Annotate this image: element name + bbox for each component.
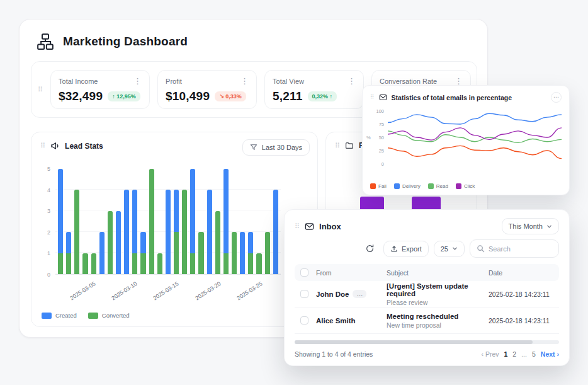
email-date: 2025-02-18 14:23:11 xyxy=(489,317,559,325)
drag-handle-icon[interactable]: ⠿ xyxy=(295,223,300,230)
drag-handle-icon[interactable]: ⠿ xyxy=(38,86,43,93)
legend-label: Click xyxy=(464,183,475,189)
y-tick: 0 xyxy=(371,161,384,167)
row-checkbox[interactable] xyxy=(300,290,308,298)
envelope-icon xyxy=(379,93,387,101)
lead-bar xyxy=(273,169,278,274)
lead-bar xyxy=(190,169,195,274)
drag-handle-icon[interactable]: ⠿ xyxy=(40,142,45,149)
kebab-menu-icon[interactable]: ⋮ xyxy=(348,77,356,85)
page-size-value: 25 xyxy=(441,245,448,253)
inbox-footer: Showing 1 to 4 of 4 entries ‹ Prev 1 2 .… xyxy=(285,345,569,365)
email-chart: % 100 75 50 25 0 xyxy=(368,108,562,169)
x-tick: 2025-03-20 xyxy=(194,280,222,301)
drag-handle-icon[interactable]: ⠿ xyxy=(335,142,340,149)
lead-bar xyxy=(256,169,261,274)
x-tick: 2025-03-10 xyxy=(110,280,138,301)
legend-label: Created xyxy=(55,312,77,319)
panel-title: Statistics of total emails in percentage xyxy=(392,94,512,101)
lead-bar xyxy=(207,169,212,274)
drag-handle-icon[interactable]: ⠿ xyxy=(370,95,375,100)
lead-bar xyxy=(166,169,171,274)
horizontal-scrollbar[interactable] xyxy=(295,340,559,344)
trend-badge: 0,32% ↑ xyxy=(308,91,337,101)
lead-bar xyxy=(82,169,88,274)
sender-name: Alice Smith xyxy=(316,317,356,325)
search-box[interactable] xyxy=(470,239,559,258)
lead-bar xyxy=(232,169,237,274)
legend-label: Delivery xyxy=(402,183,421,189)
table-row[interactable]: Alice Smith Meeting rescheduled New time… xyxy=(295,307,559,334)
row-more-button[interactable]: … xyxy=(353,290,366,298)
page-button-1[interactable]: 1 xyxy=(504,350,508,358)
period-label: This Month xyxy=(509,222,543,230)
lead-bar xyxy=(66,169,71,274)
table-row[interactable]: John Doe … [Urgent] System update requir… xyxy=(295,281,559,307)
email-subject: Meeting rescheduled xyxy=(387,313,489,320)
legend-swatch xyxy=(370,183,376,189)
refresh-button[interactable] xyxy=(362,241,378,257)
trend-badge: ↑ 12,95% xyxy=(108,91,140,101)
select-all-checkbox[interactable] xyxy=(300,268,308,277)
prev-page-button[interactable]: ‹ Prev xyxy=(482,350,499,358)
row-checkbox[interactable] xyxy=(300,316,308,325)
stat-label: Total Income xyxy=(59,78,98,85)
lead-stats-card: ⠿ Lead Stats Last 30 Days 5 4 3 2 1 xyxy=(31,132,318,327)
legend-item-delivery: Delivery xyxy=(394,183,421,189)
chevron-down-icon xyxy=(546,224,552,229)
last-30-days-filter-button[interactable]: Last 30 Days xyxy=(242,139,310,156)
kebab-menu-icon[interactable]: ⋮ xyxy=(133,77,142,85)
stat-card-total-view: Total View ⋮ 5,211 0,32% ↑ xyxy=(264,70,364,109)
export-arrow-icon xyxy=(390,245,398,253)
legend-label: Read xyxy=(436,183,448,189)
y-tick: 5 xyxy=(37,166,50,172)
next-page-button[interactable]: Next › xyxy=(541,350,559,358)
sitemap-icon xyxy=(36,32,55,51)
y-tick: 50 xyxy=(371,135,384,141)
y-tick: 100 xyxy=(371,108,384,114)
kebab-menu-icon[interactable]: ⋮ xyxy=(455,77,463,85)
lead-x-labels: 2025-03-052025-03-102025-03-152025-03-20… xyxy=(55,276,281,302)
search-input[interactable] xyxy=(489,245,552,253)
more-options-button[interactable]: ⋯ xyxy=(551,92,562,103)
page-ellipsis[interactable]: ... xyxy=(521,350,527,358)
lead-bar xyxy=(124,169,129,274)
page-button-5[interactable]: 5 xyxy=(532,350,536,358)
export-button[interactable]: Export xyxy=(383,241,429,257)
kebab-menu-icon[interactable]: ⋮ xyxy=(240,77,249,85)
search-icon xyxy=(477,244,485,253)
legend-label: Converted xyxy=(102,312,130,319)
lead-bar xyxy=(223,169,229,274)
page-size-select[interactable]: 25 xyxy=(434,241,465,257)
lead-bars xyxy=(55,169,281,275)
lead-bar xyxy=(132,169,137,274)
x-tick: 2025-03-05 xyxy=(69,280,96,301)
stat-value: 5,211 xyxy=(273,89,303,103)
refresh-icon xyxy=(365,244,375,253)
trend-badge: ↘ 0,33% xyxy=(215,91,246,101)
lead-bar xyxy=(149,169,154,274)
period-select[interactable]: This Month xyxy=(502,218,559,234)
export-label: Export xyxy=(402,245,422,253)
y-tick: 25 xyxy=(371,148,384,154)
legend-item-fail: Fail xyxy=(370,183,387,189)
envelope-icon xyxy=(305,222,314,231)
column-header-subject: Subject xyxy=(387,269,489,277)
inbox-table: From Subject Date John Doe … [Urgent] Sy… xyxy=(295,264,559,334)
lead-bar xyxy=(116,169,121,274)
email-lines-svg xyxy=(388,108,562,166)
scrollbar-thumb[interactable] xyxy=(295,340,533,344)
lead-bar xyxy=(58,169,63,274)
lead-bar xyxy=(215,169,220,274)
column-header-from: From xyxy=(316,269,387,277)
page-button-2[interactable]: 2 xyxy=(512,350,516,358)
legend-item-click: Click xyxy=(456,183,475,189)
lead-bar xyxy=(198,169,203,274)
lead-bar xyxy=(157,169,162,274)
legend-swatch xyxy=(428,183,434,189)
y-axis-unit: % xyxy=(366,135,371,141)
pagination: ‹ Prev 1 2 ... 5 Next › xyxy=(482,350,560,358)
x-tick: 2025-03-25 xyxy=(235,280,263,301)
lead-bar xyxy=(140,169,145,274)
inbox-toolbar: Export 25 xyxy=(285,237,569,264)
